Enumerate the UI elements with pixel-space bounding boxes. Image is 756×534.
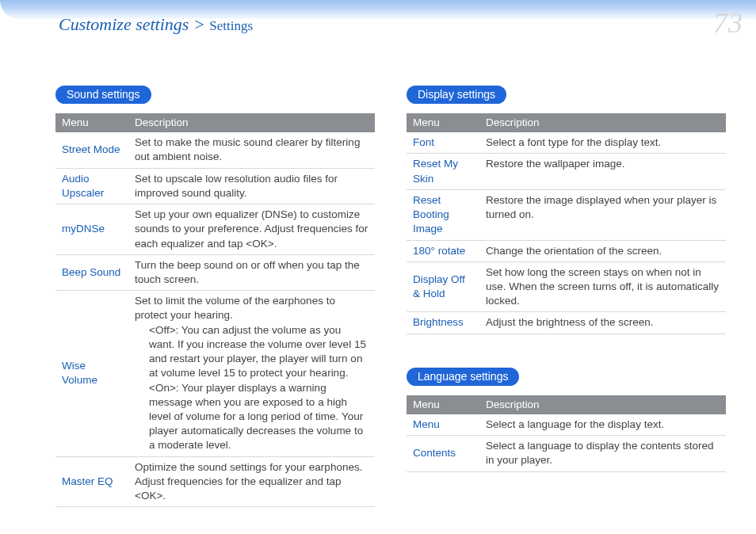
breadcrumb: Customize settings > Settings (59, 14, 253, 35)
menu-reset-skin: Reset My Skin (407, 154, 479, 189)
menu-audio-upscaler: Audio Upscaler (55, 168, 128, 204)
table-row: Wise Volume Set to limit the volume of t… (55, 291, 375, 456)
breadcrumb-sub: Settings (209, 18, 253, 33)
desc-lang-menu: Select a language for the display text. (479, 414, 726, 436)
desc-180-rotate: Change the orientation of the screen. (479, 240, 726, 261)
desc-wise-volume: Set to limit the volume of the earphones… (128, 291, 375, 456)
left-column: Sound settings Menu Description Street M… (55, 86, 375, 507)
wise-volume-on: <On>: Your player displays a warning mes… (135, 381, 368, 453)
menu-180-rotate: 180° rotate (407, 240, 479, 261)
menu-lang-menu: Menu (407, 414, 479, 436)
menu-wise-volume: Wise Volume (55, 291, 128, 456)
desc-street-mode: Set to make the music sound clearer by f… (128, 132, 375, 168)
table-row: Font Select a font type for the display … (407, 132, 726, 154)
col-header-description: Description (479, 395, 726, 414)
table-header-row: Menu Description (407, 113, 726, 132)
spacer (407, 334, 726, 368)
breadcrumb-main: Customize settings > (59, 14, 209, 34)
desc-master-eq: Optimize the sound settings for your ear… (128, 456, 375, 507)
menu-master-eq: Master EQ (55, 456, 128, 507)
language-settings-pill: Language settings (407, 368, 519, 386)
table-row: Reset My Skin Restore the wallpaper imag… (407, 154, 726, 189)
table-row: Menu Select a language for the display t… (407, 414, 726, 436)
table-row: Audio Upscaler Set to upscale low resolu… (55, 168, 375, 204)
display-settings-pill: Display settings (407, 86, 506, 104)
menu-street-mode: Street Mode (55, 132, 128, 168)
col-header-menu: Menu (407, 395, 479, 414)
wise-volume-intro: Set to limit the volume of the earphones… (135, 295, 335, 321)
table-row: Beep Sound Turn the beep sound on or off… (55, 254, 375, 290)
table-row: Brightness Adjust the brightness of the … (407, 312, 726, 334)
menu-font: Font (407, 132, 479, 154)
desc-display-off-hold: Set how long the screen stays on when no… (479, 261, 726, 312)
desc-lang-contents: Select a language to display the content… (479, 436, 726, 471)
display-settings-table: Menu Description Font Select a font type… (407, 113, 726, 334)
menu-lang-contents: Contents (407, 436, 479, 471)
col-header-menu: Menu (407, 113, 479, 132)
menu-beep-sound: Beep Sound (55, 254, 128, 290)
sound-settings-table: Menu Description Street Mode Set to make… (55, 113, 375, 507)
table-row: Display Off & Hold Set how long the scre… (407, 261, 726, 312)
desc-audio-upscaler: Set to upscale low resolution audio file… (128, 168, 375, 204)
sound-settings-pill: Sound settings (55, 86, 151, 104)
table-header-row: Menu Description (407, 395, 726, 414)
table-row: Contents Select a language to display th… (407, 436, 726, 471)
desc-beep-sound: Turn the beep sound on or off when you t… (128, 254, 375, 290)
right-column: Display settings Menu Description Font S… (407, 86, 726, 507)
col-header-menu: Menu (55, 113, 128, 132)
table-row: Street Mode Set to make the music sound … (55, 132, 375, 168)
menu-mydnse: myDNSe (55, 204, 128, 255)
table-header-row: Menu Description (55, 113, 375, 132)
language-settings-table: Menu Description Menu Select a language … (407, 395, 726, 472)
content-columns: Sound settings Menu Description Street M… (55, 86, 726, 507)
menu-display-off-hold: Display Off & Hold (407, 261, 479, 312)
desc-reset-skin: Restore the wallpaper image. (479, 154, 726, 189)
table-row: myDNSe Set up your own equalizer (DNSe) … (55, 204, 375, 255)
desc-mydnse: Set up your own equalizer (DNSe) to cust… (128, 204, 375, 255)
col-header-description: Description (479, 113, 726, 132)
desc-font: Select a font type for the display text. (479, 132, 726, 154)
col-header-description: Description (128, 113, 375, 132)
desc-reset-booting: Restore the image displayed when your pl… (479, 189, 726, 240)
table-row: 180° rotate Change the orientation of th… (407, 240, 726, 261)
page-number: 73 (713, 6, 743, 40)
menu-brightness: Brightness (407, 312, 479, 334)
table-row: Reset Booting Image Restore the image di… (407, 189, 726, 240)
table-row: Master EQ Optimize the sound settings fo… (55, 456, 375, 507)
menu-reset-booting: Reset Booting Image (407, 189, 479, 240)
wise-volume-off: <Off>: You can adjust the volume as you … (135, 323, 368, 381)
desc-brightness: Adjust the brightness of the screen. (479, 312, 726, 334)
